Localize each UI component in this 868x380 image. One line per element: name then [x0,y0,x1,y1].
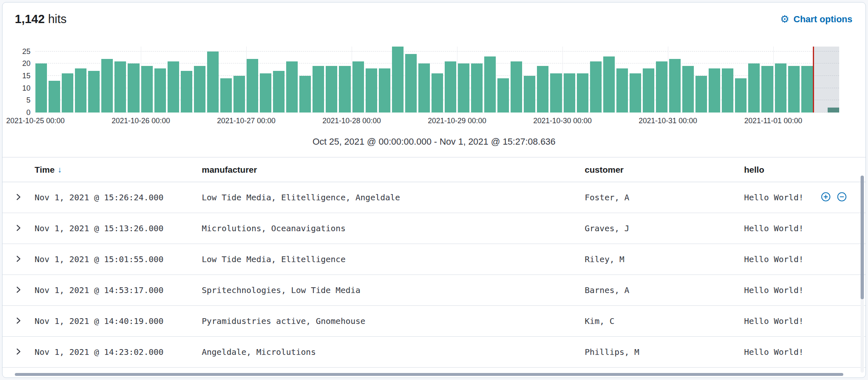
histogram-bar[interactable] [695,76,707,113]
manufacturer-cell: Microlutions, Oceanavigations [202,223,585,233]
expander-cell [2,191,35,204]
histogram-bar[interactable] [62,73,73,113]
histogram-bar[interactable] [722,68,733,113]
histogram-bar[interactable] [260,73,271,113]
histogram-bar[interactable] [432,73,443,113]
histogram-bar[interactable] [603,56,615,113]
histogram-bar[interactable] [564,73,575,113]
histogram-bar[interactable] [405,54,417,113]
time-cell: Nov 1, 2021 @ 15:13:26.000 [35,223,202,233]
manufacturer-cell: Low Tide Media, Elitelligence [202,254,585,264]
column-header-customer[interactable]: customer [585,165,744,175]
histogram-bar[interactable] [141,66,153,113]
column-header-time[interactable]: Time↓ [35,165,202,175]
expand-row-button[interactable] [12,284,25,297]
chevron-right-icon [15,193,22,202]
expand-row-button[interactable] [12,222,25,235]
sort-desc-icon: ↓ [58,165,62,174]
histogram-bar[interactable] [154,68,166,113]
histogram-bar[interactable] [49,81,60,113]
histogram-bar[interactable] [326,66,337,113]
histogram-bar[interactable] [101,59,113,113]
histogram-chart: 0510152025 [15,47,839,113]
table-row[interactable]: Nov 1, 2021 @ 15:13:26.000 Microlutions,… [2,213,866,244]
filter-out-value-button[interactable] [837,192,847,203]
histogram-bar[interactable] [207,52,219,113]
histogram-bar[interactable] [761,66,773,113]
expander-cell [2,253,35,266]
y-tick-label: 15 [22,72,30,80]
histogram-bar[interactable] [299,76,311,113]
vertical-scrollbar[interactable] [861,176,864,373]
x-axis-row: 2021-10-25 00:002021-10-26 00:002021-10-… [15,117,839,127]
histogram-bar[interactable] [352,61,364,113]
histogram-bar[interactable] [735,78,747,113]
histogram-bar[interactable] [418,63,430,113]
histogram-bar[interactable] [458,63,469,113]
histogram-bar[interactable] [484,56,496,113]
histogram-bar[interactable] [537,66,548,113]
expand-row-button[interactable] [12,314,25,328]
histogram-bar[interactable] [669,59,681,113]
table-row[interactable]: Nov 1, 2021 @ 14:23:02.000 Angeldale, Mi… [2,337,866,368]
histogram-bar[interactable] [630,73,641,113]
histogram-bar[interactable] [286,61,298,113]
expander-cell [2,284,35,297]
chart-options-button[interactable]: ⚙ Chart options [780,14,852,25]
column-header-hello[interactable]: hello [744,165,866,175]
histogram-bar[interactable] [194,66,205,113]
histogram-bar[interactable] [497,78,509,113]
x-tick-label: 2021-10-28 00:00 [322,117,381,125]
table-row[interactable]: Nov 1, 2021 @ 14:53:17.000 Spritechnolog… [2,275,866,306]
histogram-bar[interactable] [471,63,483,113]
histogram-bar[interactable] [88,71,100,113]
gear-icon: ⚙ [780,14,789,24]
expand-row-button[interactable] [12,345,25,359]
table-row[interactable]: Nov 1, 2021 @ 14:40:19.000 Pyramidustrie… [2,306,866,337]
histogram-bar[interactable] [590,61,602,113]
horizontal-scrollbar-thumb[interactable] [15,373,843,376]
histogram-bar[interactable] [550,73,562,113]
histogram-bar[interactable] [656,61,667,113]
manufacturer-cell: Spritechnologies, Low Tide Media [202,285,585,295]
histogram-bar[interactable] [616,68,628,113]
histogram-bar[interactable] [75,68,86,113]
x-tick-label: 2021-10-25 00:00 [6,117,65,125]
histogram-bar[interactable] [524,76,535,113]
histogram-bar[interactable] [273,71,285,113]
table-row[interactable]: Nov 1, 2021 @ 15:01:55.000 Low Tide Medi… [2,244,866,275]
histogram-bar[interactable] [233,76,245,113]
histogram-bar[interactable] [313,66,324,113]
expand-row-button[interactable] [12,191,25,204]
customer-cell: Riley, M [585,254,744,264]
histogram-bar[interactable] [788,66,800,113]
table-row[interactable]: Nov 1, 2021 @ 15:26:24.000 Low Tide Medi… [2,182,866,213]
histogram-bar[interactable] [247,59,258,113]
histogram-bar[interactable] [220,78,232,113]
histogram-bar[interactable] [114,61,126,113]
histogram-bar[interactable] [775,63,786,113]
histogram-bar[interactable] [643,68,654,113]
histogram-bar[interactable] [181,71,192,113]
histogram-bar[interactable] [128,63,139,113]
histogram-bar[interactable] [748,63,760,113]
histogram-bar[interactable] [168,61,179,113]
histogram-bar[interactable] [366,68,377,113]
histogram-bar[interactable] [445,61,456,113]
histogram-bar[interactable] [379,68,390,113]
histogram-bar[interactable] [392,47,404,113]
filter-for-value-button[interactable] [821,192,831,203]
chevron-right-icon [15,255,22,264]
customer-cell: Kim, C [585,316,744,326]
histogram-bar[interactable] [577,73,588,113]
histogram-bar[interactable] [35,63,47,113]
column-header-manufacturer[interactable]: manufacturer [202,165,585,175]
expander-cell [2,345,35,359]
histogram-bar[interactable] [682,66,694,113]
histogram-bar[interactable] [709,68,720,113]
histogram-bar[interactable] [339,66,350,113]
expand-row-button[interactable] [12,253,25,266]
histogram-bar[interactable] [801,66,813,113]
vertical-scrollbar-thumb[interactable] [861,176,864,299]
histogram-bar[interactable] [511,61,522,113]
